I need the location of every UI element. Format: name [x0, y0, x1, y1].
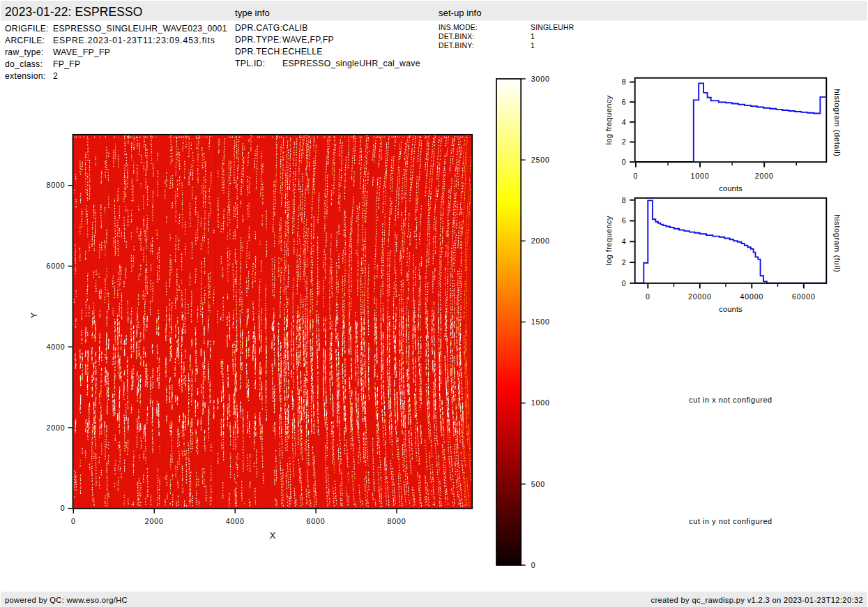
svg-text:2000: 2000 — [531, 237, 550, 245]
svg-text:CALIB: CALIB — [282, 23, 308, 33]
svg-text:0: 0 — [634, 172, 639, 180]
svg-text:1000: 1000 — [531, 398, 550, 407]
svg-text:SINGLEUHR: SINGLEUHR — [531, 24, 574, 31]
svg-text:DPR.TECH:: DPR.TECH: — [235, 47, 282, 57]
svg-text:2000: 2000 — [755, 172, 774, 180]
svg-text:DET.BINX:: DET.BINX: — [439, 33, 474, 40]
svg-text:8000: 8000 — [388, 517, 406, 525]
svg-text:6000: 6000 — [47, 262, 66, 270]
svg-text:40000: 40000 — [740, 292, 763, 301]
svg-text:2500: 2500 — [531, 156, 550, 164]
svg-text:2: 2 — [622, 137, 626, 146]
svg-text:6: 6 — [622, 98, 626, 106]
svg-text:8: 8 — [622, 196, 626, 204]
svg-text:WAVE,FP,FP: WAVE,FP,FP — [282, 35, 334, 45]
svg-text:log frequency: log frequency — [604, 216, 613, 265]
svg-text:type info: type info — [235, 8, 270, 18]
svg-text:8: 8 — [622, 77, 626, 86]
svg-text:powered by QC: www.eso.org/HC: powered by QC: www.eso.org/HC — [5, 596, 128, 604]
svg-text:FP_FP: FP_FP — [53, 59, 80, 69]
svg-text:2000: 2000 — [47, 424, 66, 432]
svg-text:ORIGFILE:: ORIGFILE: — [5, 24, 49, 33]
svg-text:1: 1 — [531, 33, 535, 40]
svg-text:DPR.CATG:: DPR.CATG: — [235, 23, 282, 33]
svg-text:2: 2 — [622, 258, 626, 267]
svg-text:created by qc_rawdisp.py v1.2.: created by qc_rawdisp.py v1.2.3 on 2023-… — [650, 596, 863, 604]
svg-text:60000: 60000 — [792, 292, 816, 301]
svg-text:8000: 8000 — [47, 181, 66, 189]
svg-text:cut in y not configured: cut in y not configured — [689, 517, 772, 525]
svg-text:6000: 6000 — [307, 517, 326, 525]
svg-text:DET.BINY:: DET.BINY: — [439, 42, 474, 50]
svg-text:cut in x not configured: cut in x not configured — [689, 396, 772, 404]
svg-text:ESPRESSO_singleUHR_cal_wave: ESPRESSO_singleUHR_cal_wave — [282, 59, 420, 68]
svg-text:0: 0 — [646, 292, 650, 301]
svg-text:ECHELLE: ECHELLE — [282, 47, 323, 57]
svg-text:4000: 4000 — [226, 517, 245, 525]
svg-text:3000: 3000 — [531, 75, 550, 83]
svg-text:1500: 1500 — [531, 317, 550, 326]
svg-text:X: X — [270, 530, 276, 541]
svg-text:raw_type:: raw_type: — [5, 47, 44, 57]
svg-text:1000: 1000 — [691, 172, 710, 180]
svg-text:extension:: extension: — [5, 71, 46, 81]
svg-text:ESPRE.2023-01-23T11:23:09.453.: ESPRE.2023-01-23T11:23:09.453.fits — [53, 36, 215, 45]
svg-text:2000: 2000 — [145, 517, 164, 525]
svg-text:DPR.TYPE:: DPR.TYPE: — [235, 35, 282, 45]
svg-text:4: 4 — [622, 118, 626, 126]
svg-text:4: 4 — [622, 237, 626, 246]
svg-text:4000: 4000 — [47, 343, 66, 351]
svg-text:2023-01-22: ESPRESSO: 2023-01-22: ESPRESSO — [5, 5, 143, 19]
svg-text:INS.MODE:: INS.MODE: — [439, 24, 478, 31]
svg-text:0: 0 — [61, 504, 66, 512]
svg-text:0: 0 — [622, 158, 626, 166]
svg-text:do_class:: do_class: — [5, 59, 43, 69]
svg-text:set-up info: set-up info — [439, 8, 482, 18]
svg-text:TPL.ID:: TPL.ID: — [235, 59, 265, 68]
svg-text:500: 500 — [531, 480, 545, 488]
svg-text:6: 6 — [622, 216, 626, 225]
svg-text:20000: 20000 — [688, 292, 712, 301]
svg-text:0: 0 — [531, 561, 536, 569]
svg-text:0: 0 — [71, 517, 76, 525]
svg-text:histogram (detail): histogram (detail) — [833, 89, 842, 157]
svg-text:log frequency: log frequency — [604, 95, 613, 144]
svg-text:ESPRESSO_SINGLEUHR_WAVE023_000: ESPRESSO_SINGLEUHR_WAVE023_0001 — [53, 24, 227, 33]
svg-text:histogram (full): histogram (full) — [833, 214, 842, 272]
svg-text:2: 2 — [53, 71, 58, 81]
svg-text:Y: Y — [29, 312, 39, 318]
svg-text:counts: counts — [719, 305, 743, 313]
svg-text:0: 0 — [622, 279, 626, 287]
svg-text:counts: counts — [719, 184, 743, 193]
svg-text:WAVE_FP_FP: WAVE_FP_FP — [53, 47, 110, 57]
svg-text:1: 1 — [531, 42, 535, 50]
svg-text:ARCFILE:: ARCFILE: — [5, 36, 45, 45]
